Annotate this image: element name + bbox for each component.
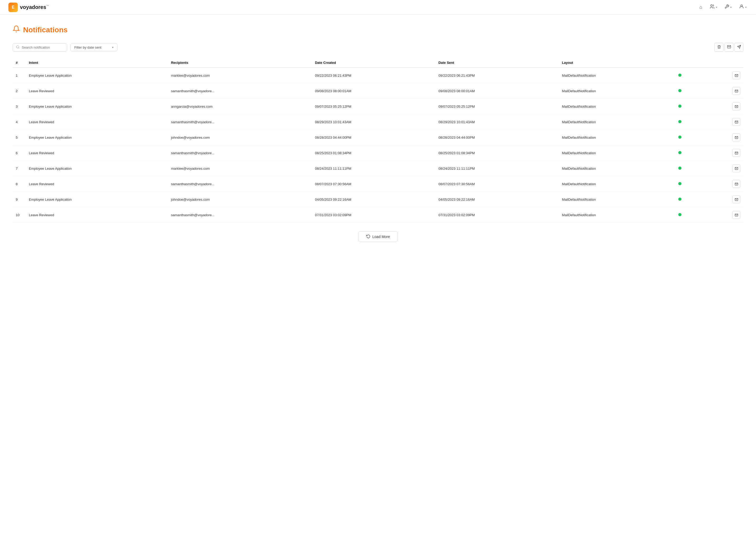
- cell-layout: MailDefaultNotification: [559, 192, 675, 207]
- status-dot: [678, 182, 682, 185]
- table-header: # Intent Recipients Date Created Date Se…: [13, 58, 743, 68]
- status-dot: [678, 213, 682, 216]
- cell-mail-action: [702, 161, 743, 176]
- cell-mail-action: [702, 145, 743, 161]
- cell-date-sent: 08/29/2023 10:01:43AM: [435, 114, 559, 130]
- status-dot: [678, 74, 682, 77]
- cell-recipient: samanthasmith@voyadore...: [168, 207, 311, 223]
- filter-date-select[interactable]: Filter by date sent ▾: [71, 44, 118, 51]
- col-header-date-created: Date Created: [312, 58, 435, 68]
- table-row: 10 Leave Reviewed samanthasmith@voyadore…: [13, 207, 743, 223]
- col-header-date-sent: Date Sent: [435, 58, 559, 68]
- cell-recipient: samanthasmith@voyadore...: [168, 176, 311, 192]
- cell-date-created: 07/31/2023 03:02:09PM: [312, 207, 435, 223]
- toolbar-actions: [715, 43, 743, 52]
- cell-mail-action: [702, 130, 743, 145]
- cell-status: [675, 114, 702, 130]
- cell-date-created: 08/24/2023 11:11:11PM: [312, 161, 435, 176]
- cell-intent: Leave Reviewed: [26, 207, 168, 223]
- status-dot: [678, 167, 682, 170]
- user-icon: [739, 4, 744, 11]
- row-mail-button[interactable]: [732, 211, 740, 219]
- cell-recipient: samanthasmith@voyadore...: [168, 114, 311, 130]
- table-row: 8 Leave Reviewed samanthasmith@voyadore.…: [13, 176, 743, 192]
- cell-recipient: samanthasmith@voyadore...: [168, 145, 311, 161]
- cell-mail-action: [702, 176, 743, 192]
- row-actions: [706, 87, 740, 95]
- row-actions: [706, 102, 740, 110]
- tools-icon: [725, 4, 729, 10]
- cell-num: 7: [13, 161, 26, 176]
- row-mail-button[interactable]: [732, 134, 740, 141]
- cell-layout: MailDefaultNotification: [559, 83, 675, 99]
- row-mail-button[interactable]: [732, 149, 740, 157]
- cell-layout: MailDefaultNotification: [559, 68, 675, 83]
- cell-date-created: 08/07/2023 07:30:56AM: [312, 176, 435, 192]
- cell-intent: Employee Leave Application: [26, 99, 168, 114]
- row-mail-button[interactable]: [732, 164, 740, 172]
- row-mail-button[interactable]: [732, 87, 740, 95]
- navbar-actions: ⌂ ▾ ▾ ▾: [698, 3, 748, 12]
- brand-name: voyadores™: [20, 4, 49, 10]
- row-mail-button[interactable]: [732, 195, 740, 203]
- user-nav-button[interactable]: ▾: [738, 3, 748, 12]
- search-box: [13, 43, 67, 51]
- col-header-layout: Layout: [559, 58, 675, 68]
- people-chevron-icon: ▾: [716, 6, 717, 9]
- send-button[interactable]: [734, 43, 743, 52]
- cell-layout: MailDefaultNotification: [559, 161, 675, 176]
- navbar-brand: E voyadores™: [8, 3, 49, 12]
- load-more-label: Load More: [372, 235, 390, 239]
- people-nav-button[interactable]: ▾: [708, 3, 718, 12]
- reload-icon: [366, 234, 370, 239]
- cell-intent: Employee Leave Application: [26, 130, 168, 145]
- load-more-button[interactable]: Load More: [358, 231, 398, 242]
- mail-all-button[interactable]: [725, 43, 733, 52]
- cell-mail-action: [702, 207, 743, 223]
- table-body: 1 Employee Leave Application marklee@voy…: [13, 68, 743, 223]
- cell-mail-action: [702, 99, 743, 114]
- cell-date-sent: 08/24/2023 11:11:11PM: [435, 161, 559, 176]
- row-mail-button[interactable]: [732, 118, 740, 126]
- delete-button[interactable]: [715, 43, 724, 52]
- status-dot: [678, 120, 682, 123]
- cell-status: [675, 161, 702, 176]
- send-icon: [737, 45, 741, 50]
- cell-date-created: 08/25/2023 01:08:34PM: [312, 145, 435, 161]
- page-title-row: Notifications: [13, 25, 743, 34]
- row-mail-button[interactable]: [732, 180, 740, 188]
- trash-icon: [717, 45, 721, 50]
- row-mail-button[interactable]: [732, 102, 740, 110]
- col-header-intent: Intent: [26, 58, 168, 68]
- row-mail-button[interactable]: [732, 72, 740, 79]
- cell-date-created: 08/28/2023 04:44:00PM: [312, 130, 435, 145]
- cell-intent: Employee Leave Application: [26, 68, 168, 83]
- search-input[interactable]: [22, 45, 64, 49]
- tools-nav-button[interactable]: ▾: [724, 3, 732, 11]
- cell-mail-action: [702, 68, 743, 83]
- cell-status: [675, 176, 702, 192]
- status-dot: [678, 105, 682, 108]
- cell-num: 2: [13, 83, 26, 99]
- row-actions: [706, 118, 740, 126]
- brand-logo: E: [8, 3, 18, 12]
- cell-date-sent: 07/31/2023 03:02:09PM: [435, 207, 559, 223]
- cell-date-created: 08/29/2023 10:01:43AM: [312, 114, 435, 130]
- cell-recipient: marklee@voyadores.com: [168, 68, 311, 83]
- cell-layout: MailDefaultNotification: [559, 207, 675, 223]
- people-icon: [710, 4, 715, 11]
- status-dot: [678, 197, 682, 201]
- cell-status: [675, 83, 702, 99]
- cell-intent: Leave Reviewed: [26, 83, 168, 99]
- cell-status: [675, 145, 702, 161]
- table-row: 1 Employee Leave Application marklee@voy…: [13, 68, 743, 83]
- row-actions: [706, 149, 740, 157]
- cell-intent: Employee Leave Application: [26, 192, 168, 207]
- svg-point-2: [17, 45, 19, 48]
- notifications-table: # Intent Recipients Date Created Date Se…: [13, 58, 743, 223]
- home-nav-button[interactable]: ⌂: [698, 3, 703, 11]
- cell-layout: MailDefaultNotification: [559, 176, 675, 192]
- cell-num: 9: [13, 192, 26, 207]
- cell-num: 4: [13, 114, 26, 130]
- cell-status: [675, 192, 702, 207]
